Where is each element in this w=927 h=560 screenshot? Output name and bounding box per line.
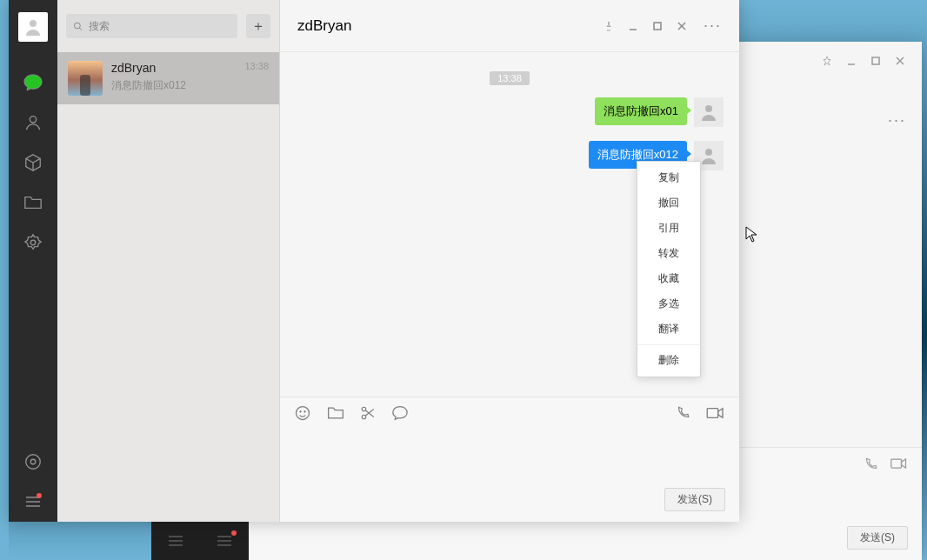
svg-point-21 (362, 415, 366, 419)
self-avatar[interactable] (18, 12, 48, 42)
ctx-multiselect[interactable]: 多选 (637, 291, 700, 317)
conversation-item[interactable]: zdBryan 13:38 消息防撤回x012 (57, 52, 279, 104)
bg-close-icon[interactable] (889, 50, 911, 71)
search-row: ＋ (57, 0, 279, 52)
chat-timestamp: 13:38 (490, 71, 530, 85)
nav-chat-icon[interactable] (9, 63, 57, 103)
minimize-icon[interactable] (622, 16, 644, 37)
bg-pin-icon[interactable] (816, 50, 838, 71)
folder-icon[interactable] (327, 405, 344, 423)
bg-call-icon[interactable] (863, 457, 878, 475)
svg-line-10 (79, 27, 82, 30)
emoji-icon[interactable] (294, 404, 311, 424)
maximize-icon[interactable] (646, 16, 669, 37)
conversation-time: 13:38 (244, 61, 269, 75)
conversation-name: zdBryan (111, 61, 156, 75)
ctx-quote[interactable]: 引用 (637, 216, 700, 241)
svg-point-17 (297, 407, 310, 420)
nav-contacts-icon[interactable] (9, 103, 57, 143)
message-avatar[interactable] (694, 97, 724, 127)
ctx-copy[interactable]: 复制 (637, 165, 700, 190)
taskbar-notification-dot (231, 530, 237, 536)
search-icon (73, 21, 83, 32)
message-context-menu: 复制 撤回 引用 转发 收藏 多选 翻译 删除 (637, 161, 701, 377)
nav-files-icon[interactable] (9, 183, 57, 223)
chat-header: zdBryan ··· (280, 0, 739, 52)
wechat-main-window: ＋ zdBryan 13:38 消息防撤回x012 zdBryan ··· (9, 0, 739, 522)
ctx-separator (637, 344, 700, 345)
svg-point-16 (705, 149, 712, 156)
bg-chat-more-icon[interactable]: ··· (888, 111, 906, 130)
close-icon[interactable] (670, 16, 693, 37)
pin-icon[interactable] (597, 16, 620, 37)
chat-more-icon[interactable]: ··· (704, 17, 722, 35)
compose-textarea[interactable] (294, 424, 725, 488)
svg-point-8 (26, 455, 41, 470)
svg-rect-4 (891, 459, 902, 468)
desktop-background (0, 0, 9, 560)
nav-menu-notification-dot (37, 493, 42, 498)
svg-point-20 (362, 407, 366, 411)
svg-point-9 (74, 23, 80, 29)
bg-minimize-icon[interactable] (840, 50, 863, 71)
svg-rect-12 (654, 23, 661, 30)
svg-point-15 (705, 105, 712, 112)
conversation-list-column: ＋ zdBryan 13:38 消息防撤回x012 (57, 0, 280, 522)
svg-point-5 (30, 20, 37, 27)
call-icon[interactable] (675, 405, 690, 423)
chat-panel: zdBryan ··· 13:38 消息防撤回x01 消息防撤回x012 (280, 0, 739, 522)
svg-point-19 (304, 411, 306, 413)
search-input-wrap[interactable] (66, 14, 237, 38)
nav-favorites-icon[interactable] (9, 143, 57, 183)
conversation-preview: 消息防撤回x012 (111, 78, 269, 93)
nav-miniprogram-icon[interactable] (9, 442, 57, 482)
add-button[interactable]: ＋ (246, 14, 270, 38)
svg-point-18 (300, 411, 302, 413)
svg-rect-22 (707, 409, 717, 418)
bg-maximize-icon[interactable] (864, 50, 887, 71)
ctx-recall[interactable]: 撤回 (637, 190, 700, 216)
nav-menu-icon[interactable] (9, 482, 57, 522)
nav-rail (9, 0, 57, 522)
send-button[interactable]: 发送(S) (664, 488, 725, 511)
ctx-translate[interactable]: 翻译 (637, 317, 700, 342)
taskbar-hamburger2-icon[interactable] (200, 522, 249, 560)
bg-video-icon[interactable] (890, 457, 908, 475)
ctx-delete[interactable]: 删除 (637, 348, 700, 373)
bg-send-button[interactable]: 发送(S) (847, 526, 908, 550)
svg-rect-1 (872, 57, 879, 64)
message-bubble[interactable]: 消息防撤回x01 (595, 97, 687, 125)
taskbar-hamburger-icon[interactable] (151, 522, 200, 560)
chat-title: zdBryan (297, 17, 351, 35)
ctx-favorite[interactable]: 收藏 (637, 266, 700, 291)
scissors-icon[interactable] (360, 405, 376, 423)
compose-toolbar (294, 404, 725, 424)
conversation-avatar (68, 61, 103, 96)
svg-point-6 (30, 117, 36, 123)
search-input[interactable] (89, 20, 230, 32)
nav-miniapp-icon[interactable] (9, 223, 57, 263)
chat-history-icon[interactable] (391, 405, 409, 423)
message-row: 消息防撤回x01 (296, 97, 724, 127)
compose-area: 发送(S) (280, 397, 739, 522)
ctx-forward[interactable]: 转发 (637, 241, 700, 266)
svg-point-7 (30, 240, 36, 245)
video-icon[interactable] (706, 406, 725, 423)
